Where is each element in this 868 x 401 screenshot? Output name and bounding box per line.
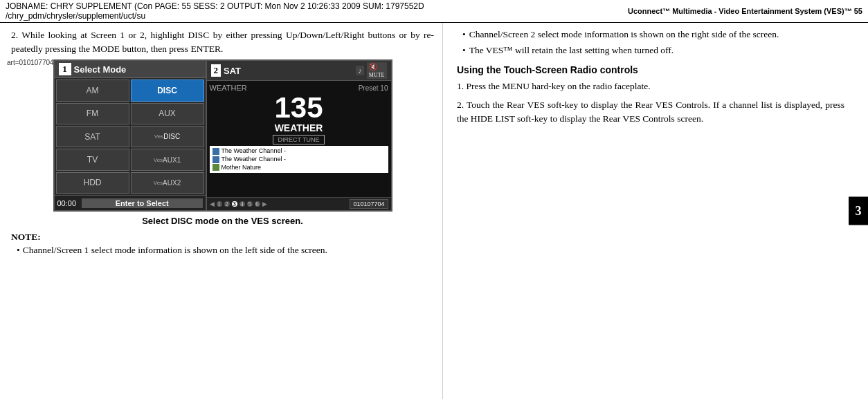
svg-rect-2 (213, 164, 219, 171)
ves-btn-ves-aux1[interactable]: Ves AUX1 (131, 149, 204, 170)
section-heading: Using the Touch-Screen Radio controls (457, 64, 844, 75)
ves-right-bottom: ◀ 1 2 3 4 5 6 ▶ 010107704 (207, 197, 391, 210)
ves-icons: ♪ 🔇MUTE (356, 62, 386, 79)
step-2: 2. Touch the Rear VES soft-key to displa… (457, 98, 844, 125)
program-item-3: Mother Nature (213, 164, 386, 172)
ves-image-number: 010107704 (350, 199, 388, 209)
ves-left-header: 1 Select Mode (55, 61, 206, 78)
header-right: Uconnect™ Multimedia - Video Entertainme… (628, 7, 862, 15)
ves-channel-big: 135 (274, 93, 323, 122)
dot-2[interactable]: 2 (224, 201, 230, 207)
dot-6[interactable]: 6 (255, 201, 260, 207)
ves-preset: Preset 10 (359, 84, 388, 92)
program-item-1: The Weather Channel - (213, 147, 386, 156)
ves-channel-dots: ◀ 1 2 3 4 5 6 ▶ (210, 200, 267, 207)
ves-channel-1: 1 (59, 63, 71, 75)
dot-4[interactable]: 4 (239, 201, 245, 207)
ves-inner: 1 Select Mode AM DISC FM AUX SA (55, 61, 391, 210)
ves-left-panel: 1 Select Mode AM DISC FM AUX SA (55, 61, 207, 210)
ves-time: 00:00 (57, 199, 77, 207)
right-column: Channel/Screen 2 select mode information… (443, 23, 868, 399)
ves-btn-tv[interactable]: TV (56, 149, 129, 170)
ves-caption: Select DISC mode on the VES screen. (11, 216, 434, 226)
note-label: NOTE: (11, 232, 41, 242)
ves-btn-fm[interactable]: FM (56, 103, 129, 124)
program-text-3: Mother Nature (221, 164, 262, 172)
ves-sat-text: SAT (224, 66, 241, 76)
ves-screen: 1 Select Mode AM DISC FM AUX SA (53, 59, 392, 212)
svg-rect-1 (213, 156, 219, 163)
dot-3[interactable]: 3 (232, 201, 237, 207)
ves-direct-tune[interactable]: DIRECT TUNE (273, 135, 324, 144)
mute-icon: 🔇MUTE (367, 62, 387, 79)
ves-channel-2: 2 (211, 64, 221, 77)
ves-weather-area: WEATHER Preset 10 135 WEATHER DIRECT TUN… (207, 81, 391, 197)
music-icon: ♪ (356, 66, 364, 75)
page-tab: 3 (849, 197, 868, 225)
ves-btn-hdd[interactable]: HDD (56, 172, 129, 194)
intro-paragraph: 2. While looking at Screen 1 or 2, highl… (11, 28, 434, 55)
ves-button-grid: AM DISC FM AUX SAT Ves DISC TV (55, 78, 206, 195)
ves-row-2: FM AUX (56, 103, 204, 124)
header-path: /chry_pdm/chrysler/supplement/uct/su (6, 11, 628, 21)
ves-row-5: HDD Ves AUX2 (56, 172, 204, 194)
svg-rect-0 (213, 148, 219, 155)
dot-5[interactable]: 5 (247, 201, 253, 207)
page-header: JOBNAME: CHRY SUPPLEMENT (Con PAGE: 55 S… (0, 0, 868, 23)
right-bullet-1: Channel/Screen 2 select mode information… (462, 28, 844, 41)
program-item-2: The Weather Channel - (213, 156, 386, 164)
ves-btn-sat[interactable]: SAT (56, 126, 129, 147)
ves-row-3: SAT Ves DISC (56, 126, 204, 147)
step-1: 1. Press the MENU hard-key on the radio … (457, 80, 844, 93)
note-bullet-list: Channel/Screen 1 select mode information… (11, 244, 434, 257)
ves-right-header: 2 SAT ♪ 🔇MUTE (207, 61, 391, 81)
main-content: 2. While looking at Screen 1 or 2, highl… (0, 23, 868, 399)
ves-btn-disc[interactable]: DISC (131, 80, 204, 101)
ves-btn-ves-disc[interactable]: Ves DISC (131, 126, 204, 147)
ves-btn-ves-aux2[interactable]: Ves AUX2 (131, 172, 204, 194)
header-left: JOBNAME: CHRY SUPPLEMENT (Con PAGE: 55 S… (6, 1, 628, 21)
ves-row-1: AM DISC (56, 80, 204, 101)
header-jobname: JOBNAME: CHRY SUPPLEMENT (Con PAGE: 55 S… (6, 1, 628, 11)
program-text-1: The Weather Channel - (221, 147, 286, 156)
left-column: 2. While looking at Screen 1 or 2, highl… (0, 23, 443, 399)
ves-sat-label: 2 SAT (211, 64, 242, 77)
ves-btn-aux[interactable]: AUX (131, 103, 204, 124)
ves-row-4: TV Ves AUX1 (56, 149, 204, 170)
note-bullet-1: Channel/Screen 1 select mode information… (17, 244, 434, 257)
right-bullet-2: The VES™ will retain the last setting wh… (462, 44, 844, 57)
ves-weather-label: WEATHER (210, 84, 247, 92)
program-text-2: The Weather Channel - (221, 156, 286, 164)
ves-channel-name: WEATHER (275, 122, 323, 133)
ves-select-mode-label: Select Mode (74, 64, 127, 75)
ves-program-list: The Weather Channel - The Weather Channe… (210, 146, 388, 173)
dot-1[interactable]: 1 (217, 201, 222, 207)
ves-right-panel: 2 SAT ♪ 🔇MUTE WEATHER Preset 10 (207, 61, 391, 210)
note-section: NOTE: Channel/Screen 1 select mode infor… (11, 232, 434, 257)
ves-enter-select[interactable]: Enter to Select (82, 198, 202, 208)
ves-btn-am[interactable]: AM (56, 80, 129, 101)
right-col-inner: Channel/Screen 2 select mode information… (457, 28, 844, 125)
right-bullet-list: Channel/Screen 2 select mode information… (457, 28, 844, 57)
ves-bottom-bar: 00:00 Enter to Select (55, 195, 206, 210)
